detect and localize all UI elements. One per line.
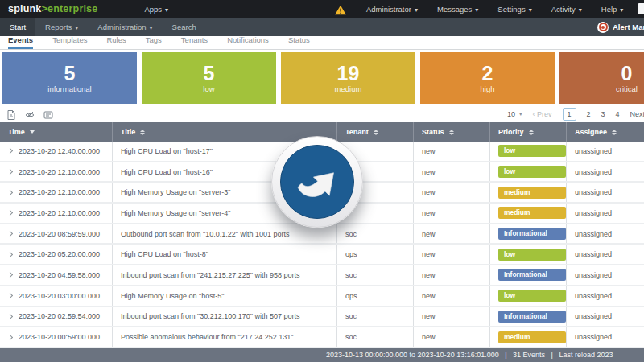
- expand-chevron-icon[interactable]: [7, 148, 13, 154]
- alert-manager-logo-icon: [597, 22, 609, 33]
- sort-icon: [449, 130, 454, 135]
- card-count: 0: [621, 63, 633, 84]
- header-assignee[interactable]: Assignee: [566, 122, 642, 142]
- header-tenant[interactable]: Tenant: [336, 122, 413, 142]
- nav-item-administration[interactable]: Administration: [88, 18, 162, 36]
- event-status: new: [413, 265, 489, 285]
- card-high[interactable]: 2 high: [420, 52, 555, 104]
- messages-menu[interactable]: Messages: [437, 5, 478, 14]
- expand-chevron-icon[interactable]: [7, 272, 13, 278]
- expand-chevron-icon[interactable]: [7, 293, 13, 298]
- event-assignee: unassigned: [566, 162, 642, 182]
- event-title: High CPU Load on "host-8": [112, 245, 336, 264]
- tab-events[interactable]: Events: [8, 35, 33, 49]
- table-row[interactable]: 2023-10-20 00:59:00.000 Possible anomalo…: [0, 327, 644, 348]
- event-status: new: [413, 307, 489, 327]
- arrow-badge-circle: [280, 145, 354, 219]
- event-status: new: [413, 142, 489, 161]
- curved-arrow-icon: [291, 155, 344, 208]
- app-window: splunk>enterprise Apps Administrator Mes…: [0, 0, 644, 362]
- card-medium[interactable]: 19 medium: [281, 52, 415, 104]
- tab-tags[interactable]: Tags: [146, 35, 162, 49]
- event-time: 2023-10-20 00:59:00.000: [19, 333, 100, 341]
- card-count: 2: [482, 63, 493, 84]
- event-tenant: soc: [336, 224, 413, 244]
- event-title: Outbound port scan from "10.0.1.22" with…: [112, 224, 336, 244]
- pagination: 10▾ ‹ Prev 1 2 3 4 Next: [507, 108, 644, 121]
- event-assignee: unassigned: [566, 142, 642, 161]
- card-count: 5: [204, 63, 215, 84]
- page-button-2[interactable]: 2: [587, 110, 591, 118]
- notes-icon[interactable]: [43, 109, 53, 118]
- splunk-logo: splunk>enterprise: [8, 3, 97, 14]
- expand-chevron-icon[interactable]: [7, 334, 13, 339]
- eye-off-icon[interactable]: [25, 109, 35, 118]
- event-time: 2023-10-20 05:20:00.000: [19, 250, 100, 258]
- card-label: informational: [47, 84, 91, 93]
- sort-icon: [374, 130, 378, 135]
- page-button-3[interactable]: 3: [601, 110, 605, 118]
- card-low[interactable]: 5 low: [142, 52, 276, 104]
- table-row[interactable]: 2023-10-20 04:59:58.000 Inbound port sca…: [0, 265, 644, 286]
- settings-menu[interactable]: Settings: [497, 5, 531, 14]
- help-menu[interactable]: Help: [601, 5, 624, 14]
- event-time: 2023-10-20 12:40:00.000: [19, 147, 100, 155]
- page-size-dropdown[interactable]: 10▾: [507, 110, 522, 118]
- event-status: new: [413, 204, 489, 223]
- header-priority[interactable]: Priority: [489, 122, 566, 142]
- administrator-menu[interactable]: Administrator: [366, 5, 418, 14]
- event-time: 2023-10-20 03:00:00.000: [19, 292, 100, 300]
- event-status: new: [413, 286, 489, 306]
- nav-item-search[interactable]: Search: [163, 18, 206, 36]
- event-status: new: [413, 327, 489, 347]
- event-assignee: unassigned: [566, 265, 642, 285]
- next-page-button[interactable]: Next: [630, 110, 644, 118]
- expand-chevron-icon[interactable]: [7, 231, 13, 237]
- apps-menu[interactable]: Apps: [144, 5, 168, 14]
- page-button-4[interactable]: 4: [616, 110, 620, 118]
- priority-badge: Informational: [498, 269, 566, 281]
- splunk-topbar: splunk>enterprise Apps Administrator Mes…: [0, 0, 644, 18]
- header-time[interactable]: Time: [0, 122, 112, 142]
- header-status[interactable]: Status: [413, 122, 489, 142]
- expand-chevron-icon[interactable]: [7, 169, 13, 175]
- expand-chevron-icon[interactable]: [7, 314, 13, 319]
- tab-status[interactable]: Status: [288, 35, 310, 49]
- table-row[interactable]: 2023-10-20 03:00:00.000 High Memory Usag…: [0, 286, 644, 307]
- expand-chevron-icon[interactable]: [7, 210, 13, 216]
- brand-word: splunk: [8, 3, 41, 14]
- tab-tenants[interactable]: Tenants: [181, 35, 208, 49]
- prev-page-button[interactable]: ‹ Prev: [533, 110, 552, 118]
- card-critical[interactable]: 0 critical: [559, 52, 644, 104]
- nav-item-reports[interactable]: Reports: [35, 18, 88, 36]
- event-assignee: unassigned: [566, 245, 642, 264]
- event-status: new: [413, 183, 489, 202]
- priority-badge: medium: [498, 187, 566, 199]
- expand-chevron-icon[interactable]: [7, 190, 13, 195]
- activity-menu[interactable]: Activity: [551, 5, 582, 14]
- warning-icon[interactable]: [334, 4, 347, 14]
- event-tenant: soc: [336, 307, 413, 327]
- table-toolbar: 10▾ ‹ Prev 1 2 3 4 Next: [0, 105, 644, 122]
- tab-notifications[interactable]: Notifications: [227, 35, 269, 49]
- expand-chevron-icon[interactable]: [7, 252, 13, 257]
- event-tenant: soc: [336, 327, 413, 347]
- event-time: 2023-10-20 04:59:58.000: [19, 271, 100, 279]
- table-row[interactable]: 2023-10-20 05:20:00.000 High CPU Load on…: [0, 245, 644, 265]
- event-title: Inbound port scan from "241.215.27.225" …: [112, 265, 336, 285]
- card-informational[interactable]: 5 informational: [2, 52, 137, 104]
- page-button-1[interactable]: 1: [563, 108, 576, 121]
- event-time: 2023-10-20 12:10:00.000: [19, 209, 100, 217]
- tab-rules[interactable]: Rules: [106, 35, 126, 49]
- priority-badge: low: [498, 145, 566, 157]
- find-search-input[interactable]: [638, 3, 644, 14]
- card-count: 5: [64, 63, 76, 84]
- export-icon[interactable]: [6, 109, 16, 118]
- brand-gt: >: [41, 3, 47, 14]
- priority-badge: medium: [498, 331, 566, 343]
- arrow-badge-overlay: [271, 136, 363, 228]
- table-row[interactable]: 2023-10-20 02:59:54.000 Inbound port sca…: [0, 307, 644, 328]
- nav-item-start[interactable]: Start: [0, 18, 35, 36]
- card-label: medium: [335, 84, 362, 93]
- tab-templates[interactable]: Templates: [52, 35, 87, 49]
